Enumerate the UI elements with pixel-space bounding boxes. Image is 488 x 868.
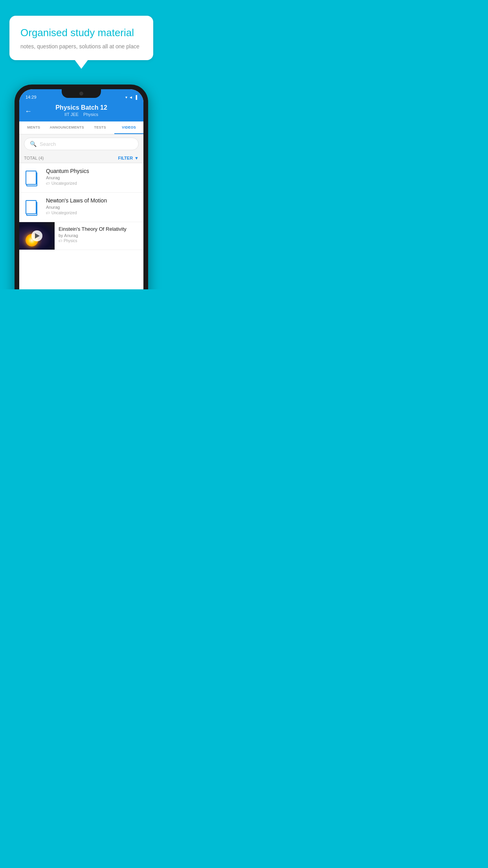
- hero-subtext: notes, question papers, solutions all at…: [20, 43, 142, 51]
- tab-ments[interactable]: MENTS: [19, 121, 48, 134]
- total-count: TOTAL (4): [24, 156, 44, 160]
- video-info: Quantum Physics Anurag 🏷 Uncategorized: [46, 168, 139, 186]
- tag-label: Uncategorized: [51, 181, 77, 186]
- video-author: by Anurag: [59, 233, 139, 238]
- video-tag: 🏷 Uncategorized: [46, 181, 139, 186]
- phone-screen: 14:29 ▾ ◄ ▐ ← Physics Batch 12 IIT JEE P…: [19, 89, 143, 289]
- page-front: [26, 171, 37, 185]
- document-icon: [26, 169, 40, 186]
- tag-label: Uncategorized: [51, 211, 77, 215]
- search-placeholder: Search: [40, 141, 56, 147]
- hero-area: Organised study material notes, question…: [0, 0, 163, 60]
- status-icons: ▾ ◄ ▐: [125, 95, 137, 99]
- phone-camera: [79, 92, 83, 96]
- tag-label: Physics: [64, 239, 77, 243]
- video-info: Newton's Laws of Motion Anurag 🏷 Uncateg…: [46, 197, 139, 215]
- video-thumbnail: [19, 222, 55, 250]
- page-front: [26, 200, 37, 214]
- play-button[interactable]: [31, 230, 42, 241]
- folder-icon-wrap: [24, 197, 41, 217]
- tab-videos[interactable]: VIDEOS: [114, 121, 143, 134]
- filter-bar: TOTAL (4) FILTER ▼: [19, 153, 143, 163]
- wifi-icon: ▾: [125, 95, 127, 99]
- filter-icon: ▼: [134, 156, 139, 160]
- phone-outer: 14:29 ▾ ◄ ▐ ← Physics Batch 12 IIT JEE P…: [15, 85, 148, 289]
- tag-icon: 🏷: [59, 239, 62, 243]
- thumb-bg: [19, 222, 55, 250]
- status-time: 14:29: [26, 95, 37, 99]
- header-title: Physics Batch 12: [55, 104, 107, 111]
- video-title: Einstein's Theory Of Relativity: [59, 226, 139, 232]
- signal-icon: ◄: [129, 95, 133, 99]
- play-icon: [35, 233, 40, 239]
- search-container: 🔍 Search: [19, 134, 143, 153]
- tab-announcements[interactable]: ANNOUNCEMENTS: [48, 121, 86, 134]
- document-icon: [26, 199, 40, 216]
- search-bar[interactable]: 🔍 Search: [24, 138, 139, 150]
- video-info: Einstein's Theory Of Relativity by Anura…: [55, 222, 143, 247]
- back-button[interactable]: ←: [25, 107, 32, 116]
- header-subtitle: IIT JEE Physics: [64, 112, 98, 117]
- filter-button[interactable]: FILTER ▼: [118, 156, 139, 160]
- tab-tests[interactable]: TESTS: [86, 121, 115, 134]
- tab-bar: MENTS ANNOUNCEMENTS TESTS VIDEOS: [19, 121, 143, 134]
- video-author: Anurag: [46, 205, 139, 210]
- battery-icon: ▐: [134, 95, 137, 99]
- list-item[interactable]: Newton's Laws of Motion Anurag 🏷 Uncateg…: [19, 193, 143, 222]
- app-header: ← Physics Batch 12 IIT JEE Physics: [19, 101, 143, 121]
- video-tag: 🏷 Physics: [59, 239, 139, 243]
- tag-icon: 🏷: [46, 181, 50, 186]
- list-item[interactable]: Quantum Physics Anurag 🏷 Uncategorized: [19, 163, 143, 193]
- phone-mockup: 14:29 ▾ ◄ ▐ ← Physics Batch 12 IIT JEE P…: [15, 85, 148, 289]
- hero-heading: Organised study material: [20, 27, 142, 39]
- video-title: Newton's Laws of Motion: [46, 197, 139, 204]
- subtitle-iitjee: IIT JEE: [64, 112, 79, 117]
- video-list: Quantum Physics Anurag 🏷 Uncategorized: [19, 163, 143, 289]
- list-item[interactable]: Einstein's Theory Of Relativity by Anura…: [19, 222, 143, 250]
- video-author: Anurag: [46, 175, 139, 180]
- video-tag: 🏷 Uncategorized: [46, 211, 139, 215]
- speech-bubble: Organised study material notes, question…: [9, 16, 153, 60]
- filter-label: FILTER: [118, 156, 133, 160]
- folder-icon-wrap: [24, 168, 41, 188]
- video-title: Quantum Physics: [46, 168, 139, 174]
- tag-icon: 🏷: [46, 211, 50, 215]
- search-icon: 🔍: [30, 141, 37, 147]
- phone-notch: [62, 89, 101, 98]
- subtitle-physics: Physics: [83, 112, 98, 117]
